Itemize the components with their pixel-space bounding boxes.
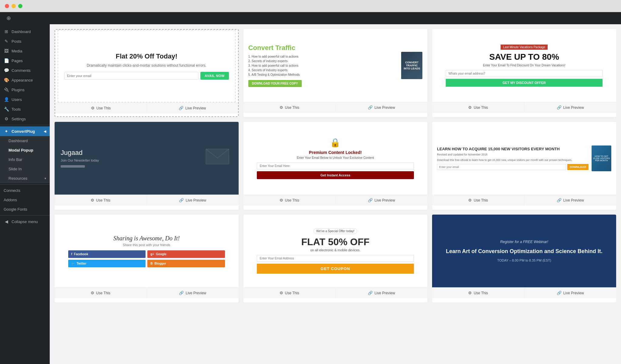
facebook-share-button[interactable]: f Facebook xyxy=(68,250,146,258)
card1-email-input[interactable] xyxy=(64,72,199,80)
gear-icon: ⚙ xyxy=(91,291,94,295)
card3-email-input[interactable] xyxy=(446,70,603,77)
sidebar-item-media[interactable]: 🖼 Media xyxy=(0,46,50,56)
collapse-icon: ◀ xyxy=(4,219,9,224)
google-share-button[interactable]: g+ Google xyxy=(147,250,225,258)
card2-list: 1. How to add powerful call to actions 2… xyxy=(248,54,398,77)
card3-live-preview-button[interactable]: 🔗 Live Preview xyxy=(524,102,616,113)
card6-inner: LEARN HOW TO ACQUIRE 15,000 NEW VISITORS… xyxy=(432,122,616,195)
sidebar-item-settings[interactable]: ⚙ Settings xyxy=(0,114,50,124)
card5-use-this-button[interactable]: ⚙ Use This xyxy=(243,195,336,205)
template-grid: Flat 20% Off Today! Dramatically maintai… xyxy=(55,29,616,302)
blogger-share-button[interactable]: B Blogger xyxy=(147,260,225,267)
card3-actions: ⚙ Use This 🔗 Live Preview xyxy=(432,102,616,113)
card2-download-button[interactable]: DOWNLOAD YOUR FREE COPY xyxy=(248,80,302,87)
sidebar-item-pages[interactable]: 📄 Pages xyxy=(0,56,50,65)
card5-live-preview-button[interactable]: 🔗 Live Preview xyxy=(336,195,428,205)
admin-bar: ⊕ xyxy=(0,12,621,24)
wp-logo: ⊕ xyxy=(4,13,13,23)
card9-live-preview-button[interactable]: 🔗 Live Preview xyxy=(524,288,616,298)
card1-use-this-button[interactable]: ⚙ Use This xyxy=(55,103,147,113)
link-icon: 🔗 xyxy=(179,106,183,110)
gear-icon: ⚙ xyxy=(468,198,472,202)
card6-live-preview-button[interactable]: 🔗 Live Preview xyxy=(524,195,616,205)
card1-live-preview-button[interactable]: 🔗 Live Preview xyxy=(147,103,238,113)
sidebar-item-plugins[interactable]: 🔌 Plugins xyxy=(0,85,50,95)
card5-access-button[interactable]: Get Instant Access xyxy=(257,171,414,179)
card2-brand-word: Convert xyxy=(248,44,274,52)
card6-email-input[interactable] xyxy=(437,164,566,170)
card7-inner: Sharing is Awesome, Do It! Share this po… xyxy=(55,215,239,287)
sidebar-submenu-item-cp-dashboard[interactable]: Dashboard xyxy=(0,136,50,145)
window-close-button[interactable] xyxy=(5,4,9,8)
sidebar-submenu-item-resources[interactable]: Resources ▾ xyxy=(0,174,50,183)
card-preview-free-webinar: Register for a FREE Webinar! Learn Art o… xyxy=(432,215,616,287)
posts-icon: ✎ xyxy=(4,39,9,44)
gear-icon: ⚙ xyxy=(468,291,472,295)
card3-use-this-button[interactable]: ⚙ Use This xyxy=(432,102,524,113)
template-card-save80: Last Minute Vacations Package SAVE UP TO… xyxy=(432,29,616,117)
card7-use-this-button[interactable]: ⚙ Use This xyxy=(55,288,147,298)
sidebar-divider xyxy=(0,125,50,125)
gear-icon: ⚙ xyxy=(91,106,95,110)
card5-inner: 🔒 Premium Content Locked! Enter Your Ema… xyxy=(243,122,428,195)
sidebar-item-users[interactable]: 👤 Users xyxy=(0,95,50,104)
sidebar-submenu-item-info-bar[interactable]: Info Bar xyxy=(0,155,50,164)
card4-live-preview-button[interactable]: 🔗 Live Preview xyxy=(147,195,239,205)
card3-discount-button[interactable]: GET MY DISCOUNT OFFER xyxy=(446,79,603,87)
sidebar-submenu-item-slide-in[interactable]: Slide In xyxy=(0,164,50,174)
card8-live-preview-button[interactable]: 🔗 Live Preview xyxy=(336,288,428,298)
sidebar-item-appearance[interactable]: 🎨 Appearance xyxy=(0,75,50,85)
appearance-icon: 🎨 xyxy=(4,78,9,82)
card9-use-this-button[interactable]: ⚙ Use This xyxy=(432,288,524,298)
sidebar-submenu-item-modal-popup[interactable]: Modal Popup xyxy=(0,145,50,155)
card5-email-input[interactable] xyxy=(257,162,414,169)
card6-use-this-button[interactable]: ⚙ Use This xyxy=(432,195,524,205)
gear-icon: ⚙ xyxy=(91,198,94,202)
sidebar-item-posts[interactable]: ✎ Posts xyxy=(0,36,50,46)
card4-use-this-button[interactable]: ⚙ Use This xyxy=(55,195,147,205)
window-minimize-button[interactable] xyxy=(12,4,16,8)
card8-sub: on all electronic & mobile devices. xyxy=(310,248,361,252)
card7-sub: Share this post with your friends xyxy=(123,243,170,247)
card1-inner: Flat 20% Off Today! Dramatically maintai… xyxy=(58,30,236,102)
card9-register-label: Register for a FREE Webinar! xyxy=(500,240,548,244)
card1-avail-button[interactable]: AVAIL NOW xyxy=(200,72,229,80)
template-card-flat20: Flat 20% Off Today! Dramatically maintai… xyxy=(55,29,239,117)
template-card-convert-traffic: Convert Traffic 1. How to add powerful c… xyxy=(243,29,428,117)
card2-live-preview-button[interactable]: 🔗 Live Preview xyxy=(336,102,428,113)
gear-icon: ⚙ xyxy=(280,198,283,202)
template-card-jugaad: Jugaad Join Our Newsletter today xyxy=(55,122,239,210)
card8-actions: ⚙ Use This 🔗 Live Preview xyxy=(243,287,428,298)
card5-sub: Enter Your Email Below to Unlock Your Ex… xyxy=(297,156,374,159)
sidebar-item-google-fonts[interactable]: Google Fonts xyxy=(0,205,50,214)
card8-coupon-button[interactable]: GET COUPON xyxy=(257,264,414,274)
card8-use-this-button[interactable]: ⚙ Use This xyxy=(243,288,336,298)
card8-inner: We've a Special Offer today! FLAT 50% OF… xyxy=(243,215,428,287)
gear-icon: ⚙ xyxy=(468,105,472,110)
card7-live-preview-button[interactable]: 🔗 Live Preview xyxy=(147,288,239,298)
card9-title: Learn Art of Conversion Optimization and… xyxy=(446,248,602,255)
card9-actions: ⚙ Use This 🔗 Live Preview xyxy=(432,287,616,298)
twitter-icon: 🐦 xyxy=(71,262,75,265)
card5-title: Premium Content Locked! xyxy=(309,150,362,155)
sidebar-collapse-button[interactable]: ◀ Collapse menu xyxy=(0,217,50,226)
gear-icon: ⚙ xyxy=(280,291,283,295)
twitter-share-button[interactable]: 🐦 Twitter xyxy=(68,260,146,267)
sidebar-item-dashboard[interactable]: ⊞ Dashboard xyxy=(0,27,50,36)
card2-use-this-button[interactable]: ⚙ Use This xyxy=(243,102,336,113)
sidebar-item-comments[interactable]: 💬 Comments xyxy=(0,65,50,75)
sidebar-item-connects[interactable]: Connects xyxy=(0,186,50,195)
sidebar-item-convertplug[interactable]: ✦ ConvertPlug ◀ xyxy=(0,126,50,136)
sidebar-item-addons[interactable]: Addons xyxy=(0,195,50,205)
sidebar-divider-3 xyxy=(0,215,50,215)
facebook-icon: f xyxy=(71,252,72,256)
dashboard-icon: ⊞ xyxy=(4,29,9,34)
card8-email-input[interactable] xyxy=(257,255,414,262)
card2-title: Convert Traffic xyxy=(248,44,398,52)
sidebar-item-tools[interactable]: 🔧 Tools xyxy=(0,104,50,114)
card3-inner: Last Minute Vacations Package SAVE UP TO… xyxy=(432,29,616,102)
card4-actions: ⚙ Use This 🔗 Live Preview xyxy=(55,195,239,205)
card6-download-button[interactable]: DOWNLOAD xyxy=(567,164,589,170)
window-maximize-button[interactable] xyxy=(18,4,22,8)
